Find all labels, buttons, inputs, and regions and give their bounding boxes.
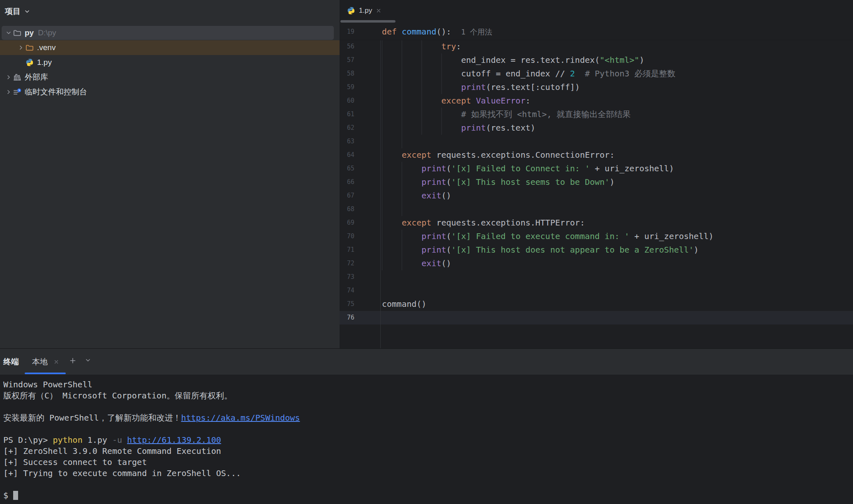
terminal-tab-local[interactable]: 本地 bbox=[25, 349, 66, 375]
line-number[interactable]: 71 bbox=[340, 243, 380, 257]
line-number[interactable]: 19 bbox=[340, 24, 380, 40]
code-line[interactable]: 65print('[x] Failed to Connect in: ' + u… bbox=[340, 162, 853, 175]
tree-row-root-py[interactable]: pyD:\py bbox=[0, 25, 340, 40]
line-number[interactable]: 57 bbox=[340, 53, 380, 67]
code-line[interactable]: 66print('[x] This host seems to be Down'… bbox=[340, 175, 853, 189]
code-text: print(res.text) bbox=[380, 121, 853, 135]
code-token: ( bbox=[446, 162, 451, 175]
code-line[interactable]: 62print(res.text) bbox=[340, 121, 853, 135]
code-token: cutoff = end_index // bbox=[461, 67, 570, 81]
line-number[interactable]: 58 bbox=[340, 67, 380, 81]
terminal-link[interactable]: http://61.139.2.100 bbox=[127, 435, 221, 445]
code-line[interactable]: 74 bbox=[340, 284, 853, 297]
chevron-down-icon[interactable] bbox=[85, 357, 91, 364]
line-number[interactable]: 56 bbox=[340, 40, 380, 53]
terminal-link[interactable]: https://aka.ms/PSWindows bbox=[181, 413, 300, 423]
new-terminal-button[interactable] bbox=[69, 357, 76, 364]
code-line[interactable]: 58cutoff = end_index // 2 # Python3 必须是整… bbox=[340, 67, 853, 81]
editor-tabbar: 1.py bbox=[340, 0, 853, 24]
line-number[interactable]: 76 bbox=[340, 311, 380, 324]
indent-guides bbox=[382, 148, 402, 162]
chevron-right-icon[interactable] bbox=[16, 44, 25, 51]
terminal-text: 1.py bbox=[83, 435, 112, 445]
terminal-cursor bbox=[13, 491, 18, 500]
terminal-text: [+] Success connect to target bbox=[3, 457, 147, 467]
code-text bbox=[380, 203, 853, 216]
terminal-tab-label: 本地 bbox=[32, 357, 48, 367]
line-number[interactable]: 70 bbox=[340, 230, 380, 243]
code-token: print bbox=[421, 162, 446, 175]
tab-1py[interactable]: 1.py bbox=[340, 0, 388, 21]
code-token bbox=[471, 94, 476, 108]
code-token: () bbox=[442, 189, 451, 203]
code-area[interactable]: 56try:57end_index = res.text.rindex("<ht… bbox=[340, 40, 853, 324]
line-number[interactable]: 59 bbox=[340, 81, 380, 94]
indent-guides bbox=[382, 94, 441, 108]
close-icon[interactable] bbox=[376, 8, 381, 14]
library-icon bbox=[13, 73, 21, 81]
line-number[interactable]: 62 bbox=[340, 121, 380, 135]
terminal-panel: 终端 本地 Windows PowerShell版权所有（C） Microsof… bbox=[0, 348, 853, 504]
chevron-down-icon[interactable] bbox=[24, 8, 30, 15]
sticky-function-line[interactable]: 19def command():1 个用法 bbox=[340, 24, 853, 40]
terminal-output[interactable]: Windows PowerShell版权所有（C） Microsoft Corp… bbox=[0, 375, 853, 504]
close-icon[interactable] bbox=[53, 359, 59, 365]
project-tree: pyD:\py.venv1.py外部库临时文件和控制台 bbox=[0, 25, 340, 99]
tree-row-file-1py[interactable]: 1.py bbox=[0, 55, 340, 70]
code-line[interactable]: 70print('[x] Failed to execute command i… bbox=[340, 230, 853, 243]
terminal-line bbox=[3, 401, 853, 412]
code-line[interactable]: 67exit() bbox=[340, 189, 853, 203]
terminal-text: [+] Trying to execute command in ZeroShe… bbox=[3, 468, 241, 478]
code-line[interactable]: 71print('[x] This host does not appear t… bbox=[340, 243, 853, 257]
code-token: (res.text[:cutoff]) bbox=[486, 81, 580, 94]
line-number[interactable]: 61 bbox=[340, 108, 380, 121]
code-line[interactable]: 57end_index = res.text.rindex("<html>") bbox=[340, 53, 853, 67]
code-token: '[x] This host seems to be Down' bbox=[451, 175, 610, 189]
code-line[interactable]: 60except ValueError: bbox=[340, 94, 853, 108]
project-panel-title[interactable]: 项目 bbox=[5, 6, 21, 17]
tree-row-venv[interactable]: .venv bbox=[0, 40, 340, 55]
python-icon bbox=[25, 58, 34, 67]
code-text bbox=[380, 311, 853, 324]
line-number[interactable]: 68 bbox=[340, 203, 380, 216]
code-token: 2 bbox=[570, 67, 575, 81]
line-number[interactable]: 74 bbox=[340, 284, 380, 297]
line-number[interactable]: 72 bbox=[340, 257, 380, 270]
code-line[interactable]: 76 bbox=[340, 311, 853, 324]
code-line[interactable]: 59print(res.text[:cutoff]) bbox=[340, 81, 853, 94]
folder-orange-icon bbox=[25, 44, 34, 52]
line-number[interactable]: 66 bbox=[340, 175, 380, 189]
chevron-down-icon[interactable] bbox=[4, 30, 13, 36]
line-number[interactable]: 73 bbox=[340, 270, 380, 284]
tree-row-external-libs[interactable]: 外部库 bbox=[0, 70, 340, 85]
code-line[interactable]: 73 bbox=[340, 270, 853, 284]
code-token: try bbox=[441, 40, 456, 53]
code-line[interactable]: 56try: bbox=[340, 40, 853, 53]
tree-row-label: 外部库 bbox=[25, 72, 48, 83]
line-number[interactable]: 69 bbox=[340, 216, 380, 230]
code-line[interactable]: 72exit() bbox=[340, 257, 853, 270]
code-text: try: bbox=[380, 40, 853, 53]
code-text: exit() bbox=[380, 257, 853, 270]
code-line[interactable]: 61# 如果找不到 <html>, 就直接输出全部结果 bbox=[340, 108, 853, 121]
code-token: ) bbox=[639, 53, 644, 67]
terminal-line: $ bbox=[3, 490, 853, 501]
code-token: except bbox=[402, 216, 431, 230]
line-number[interactable]: 67 bbox=[340, 189, 380, 203]
code-line[interactable]: 68 bbox=[340, 203, 853, 216]
code-line[interactable]: 63 bbox=[340, 135, 853, 148]
line-number[interactable]: 64 bbox=[340, 148, 380, 162]
chevron-right-icon[interactable] bbox=[4, 74, 13, 81]
indent-guides bbox=[382, 175, 421, 189]
chevron-right-icon[interactable] bbox=[4, 89, 13, 95]
line-number[interactable]: 63 bbox=[340, 135, 380, 148]
code-token: '[x] This host does not appear to be a Z… bbox=[451, 243, 694, 257]
line-number[interactable]: 65 bbox=[340, 162, 380, 175]
code-line[interactable]: 64except requests.exceptions.ConnectionE… bbox=[340, 148, 853, 162]
tree-row-scratches[interactable]: 临时文件和控制台 bbox=[0, 85, 340, 99]
code-line[interactable]: 75command() bbox=[340, 297, 853, 311]
code-line[interactable]: 69except requests.exceptions.HTTPError: bbox=[340, 216, 853, 230]
line-number[interactable]: 60 bbox=[340, 94, 380, 108]
line-number[interactable]: 75 bbox=[340, 297, 380, 311]
code-token: command() bbox=[382, 297, 426, 311]
